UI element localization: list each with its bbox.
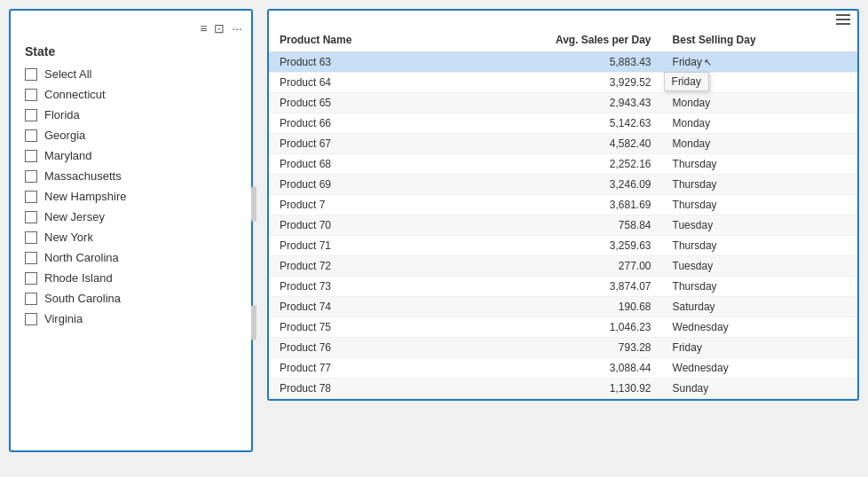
cell-product-name: Product 77 [269,358,444,379]
cell-best-day: Wednesday [662,317,857,338]
filter-item-north-carolina[interactable]: North Carolina [11,247,251,268]
cell-product-name: Product 72 [269,256,444,277]
checkbox-florida[interactable] [25,109,37,121]
data-table: Product Name Avg. Sales per Day Best Sel… [269,28,857,399]
filter-items-list: Select AllConnecticutFloridaGeorgiaMaryl… [11,64,251,329]
table-row[interactable]: Product 652,943.43Monday [269,93,857,113]
filter-label-rhode-island: Rhode Island [44,271,113,285]
checkbox-new-jersey[interactable] [25,211,37,223]
cell-avg-sales: 3,874.07 [444,277,662,297]
table-row[interactable]: Product 70758.84Tuesday [269,215,857,236]
cell-avg-sales: 3,088.44 [444,358,662,379]
cell-product-name: Product 68 [269,154,444,175]
filter-label-massachusetts: Massachusetts [44,169,122,183]
col-product-name[interactable]: Product Name [269,28,444,52]
cell-avg-sales: 277.00 [444,256,662,277]
cell-best-day: Tuesday [662,215,857,236]
cell-product-name: Product 78 [269,379,444,399]
filter-item-new-jersey[interactable]: New Jersey [11,207,251,227]
checkbox-rhode-island[interactable] [25,272,37,285]
table-row[interactable]: Product 72277.00Tuesday [269,256,857,277]
table-lines-icon[interactable] [836,14,850,25]
filter-label-new-york: New York [44,231,93,244]
checkbox-south-carolina[interactable] [25,293,37,305]
cell-avg-sales: 3,259.63 [444,236,662,256]
table-row[interactable]: Product 674,582.40Monday [269,134,857,154]
filter-item-georgia[interactable]: Georgia [11,125,251,145]
cell-best-day: Friday↖Friday [662,52,857,73]
filter-label-connecticut: Connecticut [44,88,106,101]
checkbox-new-york[interactable] [25,231,37,244]
filter-item-massachusetts[interactable]: Massachusetts [11,166,251,186]
table-row[interactable]: Product 751,046.23Wednesday [269,317,857,338]
cell-product-name: Product 69 [269,175,444,195]
col-best-day[interactable]: Best Selling Day [662,28,857,52]
table-row[interactable]: Product 665,142.63Monday [269,113,857,134]
cell-best-day: Thursday [662,277,857,297]
tooltip-box: Friday [664,72,709,91]
cell-avg-sales: 190.68 [444,297,662,317]
cell-best-day: Wednesday [662,358,857,379]
checkbox-select-all[interactable] [25,68,37,81]
cell-avg-sales: 2,252.16 [444,154,662,175]
cell-best-day: Tuesday [662,256,857,277]
cell-avg-sales: 793.28 [444,338,662,358]
filter-label-georgia: Georgia [44,129,85,142]
filter-item-rhode-island[interactable]: Rhode Island [11,268,251,288]
cell-best-day: Monday [662,134,857,154]
table-row[interactable]: Product 781,130.92Sunday [269,379,857,399]
filter-label-florida: Florida [44,108,80,121]
filter-item-new-hampshire[interactable]: New Hampshire [11,186,251,207]
checkbox-north-carolina[interactable] [25,252,37,264]
table-row[interactable]: Product 713,259.63Thursday [269,236,857,256]
table-row[interactable]: Product 74190.68Saturday [269,297,857,317]
filter-item-new-york[interactable]: New York [11,227,251,247]
cell-avg-sales: 5,142.63 [444,113,662,134]
cell-avg-sales: 3,681.69 [444,195,662,215]
table-row[interactable]: Product 733,874.07Thursday [269,277,857,297]
lines-icon[interactable]: ≡ [198,20,209,37]
col-avg-sales[interactable]: Avg. Sales per Day [444,28,662,52]
cell-best-day: Sunday [662,379,857,399]
filter-item-florida[interactable]: Florida [11,105,251,125]
cell-best-day: Thursday [662,236,857,256]
cell-best-day: Thursday [662,175,857,195]
cell-product-name: Product 75 [269,317,444,338]
cell-product-name: Product 71 [269,236,444,256]
checkbox-maryland[interactable] [25,150,37,162]
filter-item-select-all[interactable]: Select All [11,64,251,84]
cell-best-day: Thursday [662,195,857,215]
cell-best-day: Monday [662,113,857,134]
filter-panel: ≡ ⊡ ··· State Select AllConnecticutFlori… [9,9,253,452]
cell-best-day: Saturday [662,297,857,317]
table-row[interactable]: Product 76793.28Friday [269,338,857,358]
filter-item-south-carolina[interactable]: South Carolina [11,288,251,309]
filter-item-virginia[interactable]: Virginia [11,309,251,329]
checkbox-connecticut[interactable] [25,89,37,101]
cell-product-name: Product 65 [269,93,444,113]
expand-icon[interactable]: ⊡ [212,20,226,37]
checkbox-massachusetts[interactable] [25,170,37,183]
checkbox-virginia[interactable] [25,313,37,325]
table-row[interactable]: Product 635,883.43Friday↖Friday [269,52,857,73]
filter-item-maryland[interactable]: Maryland [11,145,251,166]
filter-label-new-jersey: New Jersey [44,210,105,223]
cell-avg-sales: 1,046.23 [444,317,662,338]
table-row[interactable]: Product 693,246.09Thursday [269,175,857,195]
table-row[interactable]: Product 643,929.52Sunday [269,73,857,93]
checkbox-georgia[interactable] [25,129,37,142]
cell-avg-sales: 2,943.43 [444,93,662,113]
checkbox-new-hampshire[interactable] [25,191,37,203]
filter-label-north-carolina: North Carolina [44,251,119,264]
cell-avg-sales: 3,929.52 [444,73,662,93]
table-row[interactable]: Product 682,252.16Thursday [269,154,857,175]
more-icon[interactable]: ··· [230,20,244,37]
filter-item-connecticut[interactable]: Connecticut [11,84,251,105]
table-row[interactable]: Product 73,681.69Thursday [269,195,857,215]
table-row[interactable]: Product 773,088.44Wednesday [269,358,857,379]
cell-avg-sales: 758.84 [444,215,662,236]
cell-product-name: Product 74 [269,297,444,317]
cell-best-day: Monday [662,93,857,113]
cell-best-day: Friday [662,338,857,358]
cell-product-name: Product 70 [269,215,444,236]
